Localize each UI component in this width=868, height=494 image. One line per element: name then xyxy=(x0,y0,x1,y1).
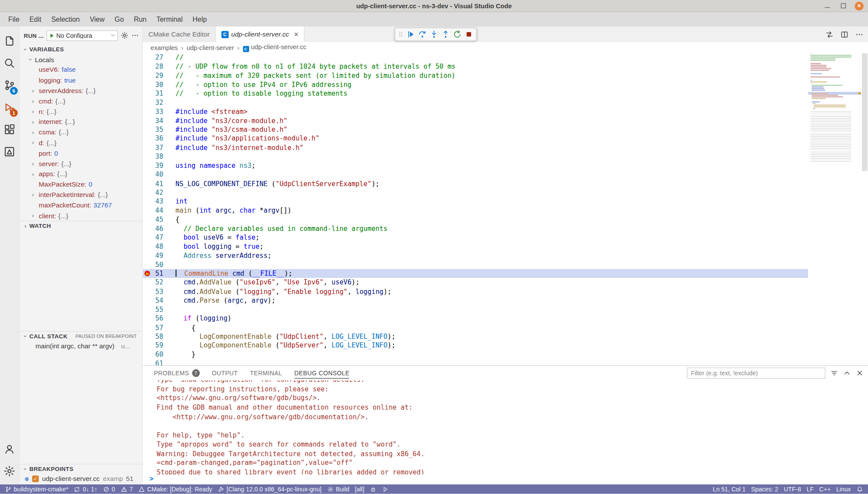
code-line-46[interactable]: 46 // Declare variables used in command-… xyxy=(143,224,808,233)
minimize-button[interactable] xyxy=(823,1,831,10)
panel-tab-terminal[interactable]: TERMINAL xyxy=(250,367,282,378)
variable-row[interactable]: ›server:{...} xyxy=(20,158,143,169)
menu-go[interactable]: Go xyxy=(110,14,129,25)
variables-section-header[interactable]: › VARIABLES xyxy=(20,44,143,54)
close-tab-icon[interactable]: × xyxy=(294,30,298,39)
status-build-target[interactable]: [all] xyxy=(352,484,367,494)
status-eol[interactable]: LF xyxy=(804,484,816,494)
variable-row[interactable]: ›n:{...} xyxy=(20,107,143,117)
tab-udp-client-server-cc[interactable]: Cudp-client-server.cc× xyxy=(216,27,304,42)
more-actions-icon[interactable] xyxy=(855,30,864,38)
gutter[interactable]: 58 xyxy=(143,332,175,341)
variable-row[interactable]: ›csma:{...} xyxy=(20,127,143,138)
status-problems-errors[interactable]: 0 xyxy=(100,484,118,494)
breadcrumb-item[interactable]: examples xyxy=(150,44,178,51)
code-line-53[interactable]: 53 cmd.AddValue ("logging", "Enable logg… xyxy=(143,287,808,296)
status-launch-target[interactable] xyxy=(379,484,391,494)
activity-settings-gear[interactable] xyxy=(0,460,19,482)
continue-button[interactable] xyxy=(405,29,417,40)
close-panel-icon[interactable] xyxy=(856,369,864,377)
gutter[interactable]: 28 xyxy=(143,62,175,71)
code-line-56[interactable]: 56 if (logging) xyxy=(143,314,808,323)
breadcrumb-item[interactable]: udp-client-server xyxy=(187,44,234,51)
code-line-54[interactable]: 54 cmd.Parse (argc, argv); xyxy=(143,296,808,305)
code-line-47[interactable]: 47 bool useV6 = false; xyxy=(143,233,808,242)
code-line-38[interactable]: 38 xyxy=(143,152,808,161)
menu-file[interactable]: File xyxy=(3,14,25,25)
gutter[interactable]: 45 xyxy=(143,215,175,224)
activity-extensions[interactable] xyxy=(0,118,19,140)
variable-row[interactable]: ›cmd:{...} xyxy=(20,96,143,107)
activity-cmake-tools[interactable] xyxy=(0,140,19,163)
status-debug-target[interactable] xyxy=(367,484,379,494)
gutter[interactable]: 56 xyxy=(143,314,175,323)
scrollbar-thumb[interactable] xyxy=(862,53,868,171)
restart-button[interactable] xyxy=(451,29,463,40)
gutter[interactable]: 40 xyxy=(143,170,175,179)
menu-run[interactable]: Run xyxy=(129,14,151,25)
activity-account[interactable] xyxy=(0,438,19,460)
gutter[interactable]: 46 xyxy=(143,224,175,233)
gutter[interactable]: 52 xyxy=(143,278,175,287)
gutter[interactable]: 38 xyxy=(143,152,175,161)
stack-frame[interactable]: main(int argc, char ** argv) u... xyxy=(20,341,143,351)
gutter[interactable]: ▶51 xyxy=(143,269,175,278)
gutter[interactable]: 34 xyxy=(143,116,175,125)
code-line-58[interactable]: 58 LogComponentEnable ("UdpClient", LOG_… xyxy=(143,332,808,341)
variable-row[interactable]: logging:true xyxy=(20,75,143,86)
code-line-31[interactable]: 31// - option to disable logging stateme… xyxy=(143,89,808,98)
code-line-51[interactable]: ▶51 CommandLine cmd (__FILE__); xyxy=(143,269,808,278)
maximize-panel-icon[interactable] xyxy=(843,369,851,377)
stop-button[interactable] xyxy=(463,29,474,40)
scope-locals[interactable]: › Locals xyxy=(20,54,143,65)
variable-row[interactable]: ›interPacketInterval:{...} xyxy=(20,190,143,200)
code-line-55[interactable]: 55 xyxy=(143,305,808,314)
split-editor-icon[interactable] xyxy=(840,30,848,38)
panel-tab-problems[interactable]: PROBLEMS7 xyxy=(154,367,200,379)
gutter[interactable]: 43 xyxy=(143,197,175,206)
status-cursor-position[interactable]: Ln 51, Col 1 xyxy=(710,484,748,494)
start-debugging-icon[interactable] xyxy=(49,32,55,38)
status-encoding[interactable]: UTF-8 xyxy=(781,484,804,494)
breakpoints-section-header[interactable]: › BREAKPOINTS xyxy=(20,464,143,474)
debug-console-output[interactable]: Type "show configuration" for configurat… xyxy=(143,381,868,474)
call-stack-section-header[interactable]: › CALL STACK PAUSED ON BREAKPOINT xyxy=(20,331,143,341)
gutter[interactable]: 30 xyxy=(143,80,175,89)
gutter[interactable]: 41 xyxy=(143,179,175,188)
open-changes-icon[interactable] xyxy=(825,30,834,38)
variable-row[interactable]: MaxPacketSize:0 xyxy=(20,179,143,190)
panel-tab-debug-console[interactable]: DEBUG CONSOLE xyxy=(294,367,350,378)
variable-row[interactable]: port:0 xyxy=(20,148,143,158)
code-line-48[interactable]: 48 bool logging = true; xyxy=(143,242,808,251)
variable-row[interactable]: ›internet:{...} xyxy=(20,117,143,127)
code-line-50[interactable]: 50 xyxy=(143,260,808,269)
status-sync-changes[interactable]: 0↓ 1↑ xyxy=(71,484,100,494)
variable-row[interactable]: maxPacketCount:32767 xyxy=(20,200,143,210)
gutter[interactable]: 39 xyxy=(143,161,175,170)
more-actions-icon[interactable] xyxy=(131,32,139,40)
status-git-branch[interactable]: buildsystem-cmake* xyxy=(2,484,71,494)
status-cpp-configuration[interactable]: Linux xyxy=(834,484,854,494)
settings-gear-icon[interactable] xyxy=(121,32,129,40)
code-line-28[interactable]: 28// - UDP flow from n0 to n1 of 1024 by… xyxy=(143,62,808,71)
variable-row[interactable]: ›client:{...} xyxy=(20,210,143,221)
status-cmake-build[interactable]: Build xyxy=(324,484,352,494)
gutter[interactable]: 47 xyxy=(143,233,175,242)
code-line-33[interactable]: 33#include <fstream> xyxy=(143,107,808,116)
gutter[interactable]: 32 xyxy=(143,98,175,107)
status-language-mode[interactable]: C++ xyxy=(816,484,833,494)
gutter[interactable]: 54 xyxy=(143,296,175,305)
activity-search[interactable] xyxy=(0,52,19,74)
code-line-45[interactable]: 45{ xyxy=(143,215,808,224)
code-line-32[interactable]: 32 xyxy=(143,98,808,107)
maximize-button[interactable] xyxy=(839,1,848,10)
code-line-52[interactable]: 52 cmd.AddValue ("useIpv6", "Use Ipv6", … xyxy=(143,278,808,287)
status-problems-warnings[interactable]: 7 xyxy=(118,484,136,494)
code-line-29[interactable]: 29// - maximum of 320 packets sent (or l… xyxy=(143,71,808,80)
code-line-59[interactable]: 59 LogComponentEnable ("UdpServer", LOG_… xyxy=(143,341,808,350)
gutter[interactable]: 49 xyxy=(143,251,175,260)
code-line-49[interactable]: 49 Address serverAddress; xyxy=(143,251,808,260)
code-editor[interactable]: 27//28// - UDP flow from n0 to n1 of 102… xyxy=(143,53,808,365)
minimap[interactable] xyxy=(808,53,868,365)
menu-help[interactable]: Help xyxy=(187,14,212,25)
